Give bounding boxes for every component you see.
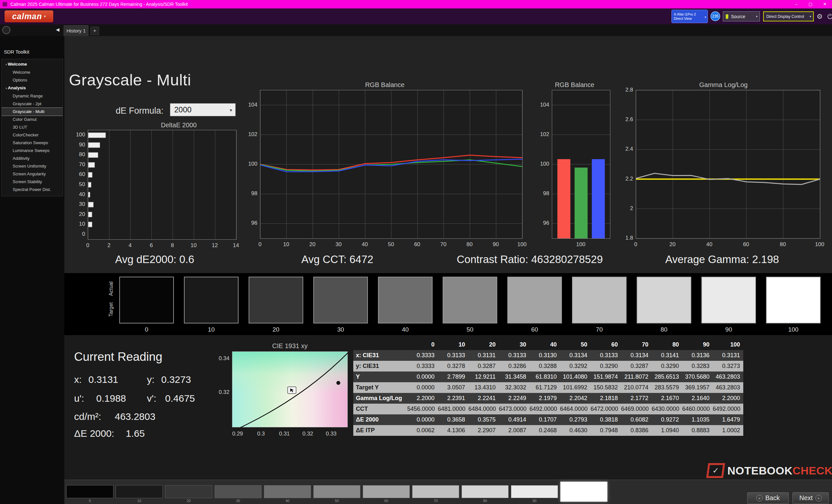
table-cell: 0.4630: [560, 425, 591, 436]
sidebar-item-grayscale-2pt[interactable]: Grayscale - 2pt: [2, 100, 63, 108]
tick-label: 20: [670, 241, 676, 248]
table-cell: 0.3333: [407, 350, 438, 361]
watermark-notebook: NOTEBOOK: [727, 465, 792, 477]
calman-logo: calman: [12, 12, 42, 21]
patch-swatch: [313, 485, 360, 498]
gamma-chart-title: Gamma Log/Log: [699, 81, 748, 89]
grayscale-swatch-40: [378, 277, 433, 324]
level-patch-100[interactable]: 100: [560, 485, 607, 502]
grayscale-swatch-70: [572, 277, 627, 324]
meter-name: X-Rite i1Pro 2: [674, 12, 707, 17]
current-reading-title: Current Reading: [74, 350, 162, 364]
level-patch-0[interactable]: 0: [66, 485, 113, 503]
sidebar-item-options[interactable]: Options: [2, 76, 63, 84]
sidebar-item-screen-uniformity[interactable]: Screen Uniformity: [2, 162, 63, 170]
patch-label: 0: [66, 499, 113, 503]
sidebar: SDR Toolkit WelcomeWelcomeOptionsAnalysi…: [0, 36, 64, 504]
table-cell: 2.1670: [652, 393, 682, 404]
level-patch-20[interactable]: 20: [165, 485, 212, 503]
close-button[interactable]: ✕: [818, 0, 832, 8]
level-patch-30[interactable]: 30: [214, 485, 262, 503]
sidebar-item-saturation-sweeps[interactable]: Saturation Sweeps: [2, 139, 63, 147]
table-cell: 32.3032: [499, 382, 529, 393]
tick-label: 2.8: [625, 87, 633, 93]
table-cell: 0.3131: [468, 350, 499, 361]
table-cell: 1.0940: [652, 425, 682, 436]
level-patch-50[interactable]: 50: [313, 485, 360, 503]
sidebar-item-3d-lut[interactable]: 3D LUT: [2, 123, 63, 131]
patch-swatch: [363, 485, 410, 498]
tick-label: 90: [493, 241, 499, 248]
table-cell: 6469.0000: [621, 404, 652, 414]
level-patch-70[interactable]: 70: [412, 485, 459, 503]
de-formula-select[interactable]: 2000 ▾: [170, 103, 236, 116]
tick-label: 50: [79, 181, 85, 188]
rgb-balance-line-chart: RGB Balance 0102030405060708090100969810…: [240, 81, 543, 256]
tick-label: 6: [150, 242, 153, 249]
table-cell: 6492.0000: [713, 404, 743, 414]
sidebar-item-grayscale-multi[interactable]: Grayscale - Multi: [2, 108, 63, 116]
level-patch-60[interactable]: 60: [363, 485, 410, 503]
sidebar-item-spectral-power-dist[interactable]: Spectral Power Dist.: [2, 186, 63, 194]
swatch-label: 90: [701, 326, 756, 333]
minimize-button[interactable]: –: [789, 0, 803, 8]
table-column-header: 60: [591, 339, 621, 350]
sidebar-item-additivity[interactable]: Additivity: [2, 155, 63, 162]
table-row-label: y: CIE31: [353, 361, 407, 371]
chevron-down-icon: ▾: [810, 15, 811, 18]
sidebar-item-welcome[interactable]: Welcome: [2, 60, 63, 68]
history-nav-button[interactable]: [2, 26, 10, 34]
next-button[interactable]: Next »: [792, 492, 829, 504]
table-cell: 2.0087: [499, 425, 529, 436]
sidebar-item-welcome[interactable]: Welcome: [2, 68, 63, 76]
sidebar-item-screen-stability[interactable]: Screen Stability: [2, 178, 63, 186]
source-dropdown[interactable]: Source ▾: [723, 11, 760, 22]
rgb-bar-plot: [552, 90, 610, 239]
tick-label: 60: [414, 241, 420, 248]
swatch-label: 40: [378, 326, 433, 333]
swatch-label: 20: [249, 326, 303, 333]
u-value: 0.1988: [96, 393, 126, 404]
patch-swatch: [66, 485, 113, 498]
swatch-cell-30: 30: [313, 277, 368, 333]
power-button[interactable]: ⏻: [825, 11, 832, 22]
tick-label: 80: [466, 241, 472, 248]
sidebar-collapse-icon[interactable]: ◀: [56, 27, 59, 32]
level-patch-90[interactable]: 90: [511, 485, 558, 503]
back-button[interactable]: « Back: [747, 492, 789, 504]
table-cell: 1.6479: [713, 414, 743, 425]
settings-gear-button[interactable]: ⚙: [814, 11, 825, 22]
maximize-button[interactable]: ▢: [803, 0, 818, 8]
table-cell: 2.1640: [682, 393, 713, 404]
patch-label: 30: [214, 499, 262, 503]
display-control-dropdown[interactable]: Direct Display Control ▾: [763, 11, 814, 22]
table-cell: 0.3273: [713, 361, 743, 371]
sidebar-item-luminance-sweeps[interactable]: Luminance Sweeps: [2, 147, 63, 155]
target-row-label: Target: [108, 302, 114, 317]
table-cell: 0.7948: [591, 425, 621, 436]
table-cell: 0.3134: [621, 350, 652, 361]
window-controls: – ▢ ✕: [789, 0, 832, 8]
level-patch-40[interactable]: 40: [264, 485, 311, 503]
table-cell: 463.2803: [713, 382, 743, 393]
meter-dropdown[interactable]: X-Rite i1Pro 2 Direct View ▾: [672, 10, 708, 23]
table-cell: 2.2907: [468, 425, 499, 436]
grayscale-swatch-0: [119, 277, 174, 324]
tab-history-1[interactable]: History 1: [64, 25, 88, 36]
tick-label: 2: [107, 242, 110, 249]
sidebar-item-screen-angularity[interactable]: Screen Angularity: [2, 170, 63, 178]
table-cell: 0.0000: [407, 371, 438, 382]
sidebar-item-dynamic-range[interactable]: Dynamic Range: [2, 92, 63, 100]
sidebar-item-color-gamut[interactable]: Color Gamut: [2, 116, 63, 123]
sidebar-item-colorchecker[interactable]: ColorChecker: [2, 131, 63, 139]
table-cell: 0.9272: [652, 414, 682, 425]
sidebar-item-analysis[interactable]: Analysis: [2, 84, 63, 92]
level-patch-10[interactable]: 10: [116, 485, 163, 503]
table-cell: 463.2803: [713, 371, 743, 382]
table-cell: 0.3286: [499, 361, 529, 371]
add-tab-button[interactable]: +: [90, 27, 99, 35]
cie-chart-title: CIE 1931 xy: [272, 342, 308, 350]
level-patch-80[interactable]: 80: [462, 485, 509, 503]
calman-menu-button[interactable]: calman ▾: [4, 10, 53, 22]
swatch-cell-0: 0: [119, 277, 174, 333]
